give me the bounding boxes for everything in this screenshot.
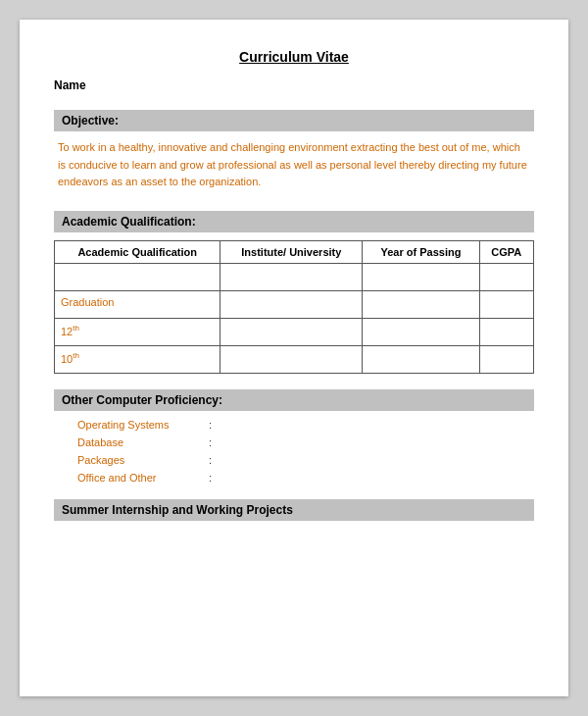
summer-header: Summer Internship and Working Projects (54, 499, 534, 521)
cv-page: Curriculum Vitae Name Objective: To work… (20, 20, 568, 696)
table-header-row: Academic Qualification Institute/ Univer… (55, 240, 534, 263)
row-qual-0 (55, 263, 220, 290)
row-inst-1 (220, 290, 363, 318)
table-row: 12th (55, 318, 534, 345)
row-inst-0 (220, 263, 363, 290)
row-cgpa-3 (479, 345, 533, 373)
table-row (55, 263, 534, 290)
row-year-2 (363, 318, 479, 345)
objective-section: Objective: To work in a healthy, innovat… (54, 110, 534, 191)
academic-section: Academic Qualification: Academic Qualifi… (54, 211, 534, 374)
row-year-0 (363, 263, 479, 290)
summer-section: Summer Internship and Working Projects (54, 499, 534, 521)
row-year-3 (363, 345, 479, 373)
academic-header: Academic Qualification: (54, 211, 534, 232)
item-os: Operating Systems (77, 419, 205, 431)
academic-table: Academic Qualification Institute/ Univer… (54, 240, 534, 374)
computer-header: Other Computer Proficiency: (54, 389, 534, 411)
row-qual-3: 10th (55, 345, 220, 373)
colon-db: : (209, 436, 212, 448)
objective-text: To work in a healthy, innovative and cha… (54, 139, 534, 191)
list-item: Office and Other : (77, 472, 534, 484)
item-pkg: Packages (77, 454, 205, 466)
table-row: 10th (55, 345, 534, 373)
colon-office: : (209, 472, 212, 484)
row-cgpa-0 (479, 263, 533, 290)
list-item: Operating Systems : (77, 419, 534, 431)
row-cgpa-1 (479, 290, 533, 318)
row-qual-1: Graduation (55, 290, 220, 318)
row-year-1 (363, 290, 479, 318)
colon-os: : (209, 419, 212, 431)
col-cgpa: CGPA (479, 240, 533, 263)
table-row: Graduation (55, 290, 534, 318)
cv-title: Curriculum Vitae (54, 49, 534, 65)
row-qual-2: 12th (55, 318, 220, 345)
item-office: Office and Other (77, 472, 205, 484)
objective-header: Objective: (54, 110, 534, 131)
list-item: Database : (77, 436, 534, 448)
col-year: Year of Passing (363, 240, 479, 263)
item-db: Database (77, 436, 205, 448)
col-institute: Institute/ University (220, 240, 363, 263)
row-inst-2 (220, 318, 363, 345)
colon-pkg: : (209, 454, 212, 466)
list-item: Packages : (77, 454, 534, 466)
computer-section: Other Computer Proficiency: Operating Sy… (54, 389, 534, 484)
row-inst-3 (220, 345, 363, 373)
computer-list: Operating Systems : Database : Packages … (54, 419, 534, 484)
row-cgpa-2 (479, 318, 533, 345)
col-qualification: Academic Qualification (55, 240, 220, 263)
name-label: Name (54, 78, 534, 92)
